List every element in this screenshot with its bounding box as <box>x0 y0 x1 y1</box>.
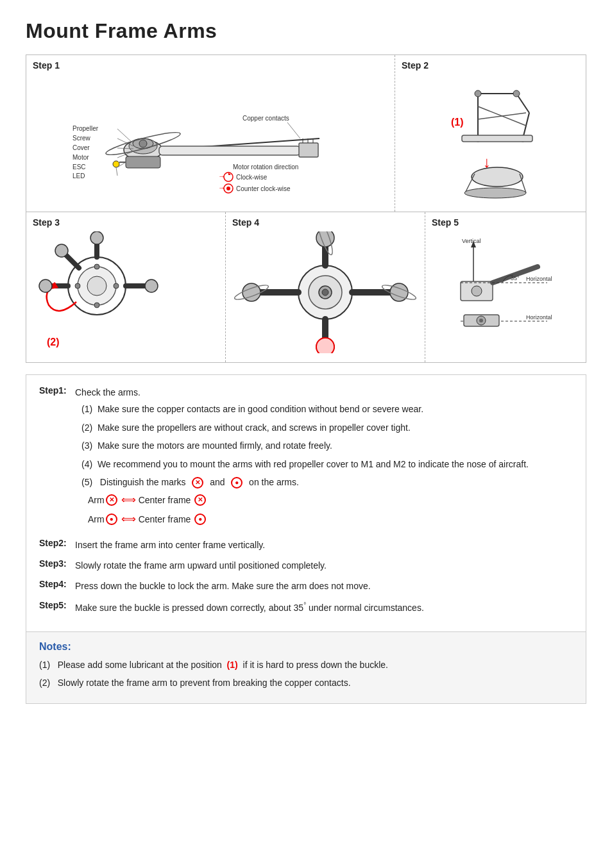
svg-text:Propeller: Propeller <box>72 125 99 132</box>
instr-step4-text: Press down the buckle to lock the arm. M… <box>75 581 371 591</box>
svg-rect-6 <box>126 156 160 168</box>
note1-num: (1) <box>39 660 55 670</box>
note-item-2: (2) Slowly rotate the frame arm to preve… <box>39 676 573 690</box>
sub-item-2: (2) Make sure the propellers are without… <box>81 421 529 435</box>
arm2-mark: ● <box>106 513 117 525</box>
svg-point-84 <box>316 338 334 353</box>
svg-point-68 <box>94 303 99 308</box>
sub-item-5: (5) Distinguish the marks ✕ and ● on the… <box>81 475 529 528</box>
instr-step3-label: Step3: <box>39 558 75 569</box>
instr-step4-label: Step4: <box>39 579 75 589</box>
notes-section: Notes: (1) Please add some lubricant at … <box>26 632 586 704</box>
notes-title: Notes: <box>39 641 573 653</box>
step2-cell: Step 2 (1) <box>395 55 586 212</box>
instr-step1-text: Check the arms. <box>75 387 140 397</box>
instr-step1: Step1: Check the arms. (1) Make sure the… <box>39 385 573 531</box>
step4-image <box>232 231 418 353</box>
svg-text:ESC: ESC <box>72 163 86 171</box>
arm2-center: Center frame <box>139 512 191 526</box>
center1-mark: ✕ <box>194 494 206 506</box>
svg-rect-9 <box>159 146 300 155</box>
instr-step4: Step4: Press down the buckle to lock the… <box>39 579 573 593</box>
step5-image: Vertical Horizontal 35° Horizontal <box>432 231 579 353</box>
instr-step2: Step2: Insert the frame arm into center … <box>39 538 573 552</box>
svg-point-64 <box>145 280 158 292</box>
instr-step5-content: Make sure the buckle is pressed down cor… <box>75 600 424 615</box>
svg-point-56 <box>87 276 106 296</box>
sub-item-3: (3) Make sure the motors are mounted fir… <box>81 438 529 453</box>
svg-line-42 <box>478 113 526 119</box>
instr-step5-text-post: under normal circumstances. <box>306 602 424 612</box>
step2-svg: (1) ↓ <box>427 74 555 203</box>
mark-o-icon: ● <box>231 477 242 488</box>
note2-num: (2) <box>39 678 55 688</box>
svg-point-44 <box>513 90 520 97</box>
step3-image: (2) <box>33 231 219 353</box>
step5-cell: Step 5 Vertical Horizontal 35° <box>425 212 586 362</box>
svg-point-86 <box>322 289 328 296</box>
svg-point-32 <box>226 187 230 190</box>
instr-step2-content: Insert the frame arm into center frame v… <box>75 538 265 552</box>
svg-text:Vertical: Vertical <box>462 238 481 244</box>
svg-text:Screw: Screw <box>72 135 91 142</box>
svg-point-65 <box>90 231 103 244</box>
svg-text:35°: 35° <box>511 275 520 281</box>
step4-cell: Step 4 <box>226 212 425 362</box>
instr-step2-label: Step2: <box>39 538 75 548</box>
note1-highlight: (1) <box>227 660 238 670</box>
step1-image: Propeller Screw Cover Motor ESC LED Copp… <box>33 74 388 203</box>
note2-text: Slowly rotate the frame arm to prevent f… <box>58 678 351 688</box>
arm2-label: Arm <box>88 512 105 526</box>
step3-label: Step 3 <box>33 217 219 228</box>
svg-point-70 <box>114 283 119 288</box>
svg-text:LED: LED <box>72 172 85 179</box>
svg-text:Motor rotation direction: Motor rotation direction <box>233 163 298 171</box>
note1-text-post: if it is hard to press down the buckle. <box>243 660 388 670</box>
page-title: Mount Frame Arms <box>26 19 586 43</box>
steps-row-2: Step 3 (2) <box>26 212 586 363</box>
svg-text:→: → <box>218 183 226 192</box>
step1-label: Step 1 <box>33 60 388 71</box>
steps-row-1: Step 1 <box>26 54 586 212</box>
instr-step3-text: Slowly rotate the frame arm upward until… <box>75 560 327 571</box>
arm-line-1: Arm✕ ⟺ Center frame ✕ <box>88 492 529 508</box>
instr-step5-label: Step5: <box>39 600 75 610</box>
svg-line-26 <box>287 122 300 138</box>
svg-text:Horizontal: Horizontal <box>526 276 552 282</box>
sub-item-1: (1) Make sure the copper contacts are in… <box>81 402 529 416</box>
step1-cell: Step 1 <box>26 55 395 212</box>
svg-rect-47 <box>462 135 532 142</box>
step4-label: Step 4 <box>232 217 418 228</box>
arrow-icon-2: ⟺ <box>121 511 136 528</box>
step4-svg <box>232 231 418 353</box>
svg-point-69 <box>75 283 80 288</box>
svg-point-53 <box>464 188 526 198</box>
svg-text:→: → <box>218 172 226 181</box>
instr-step3: Step3: Slowly rotate the frame arm upwar… <box>39 558 573 572</box>
svg-point-43 <box>475 90 481 97</box>
instructions-area: Step1: Check the arms. (1) Make sure the… <box>26 374 586 632</box>
svg-point-66 <box>55 244 68 257</box>
note-item-1: (1) Please add some lubricant at the pos… <box>39 658 573 672</box>
instr-step1-content: Check the arms. (1) Make sure the copper… <box>75 385 529 531</box>
arm1-mark: ✕ <box>106 494 117 506</box>
arm1-center: Center frame <box>139 493 191 507</box>
svg-text:Clock-wise: Clock-wise <box>236 174 268 181</box>
note1-text-pre: Please add some lubricant at the positio… <box>58 660 222 670</box>
svg-line-24 <box>116 167 117 176</box>
instr-step1-sublist: (1) Make sure the copper contacts are in… <box>75 402 529 527</box>
mark-x-icon: ✕ <box>192 477 203 488</box>
svg-rect-10 <box>299 143 318 157</box>
svg-point-63 <box>39 280 52 292</box>
svg-text:Horizontal: Horizontal <box>526 314 552 321</box>
step3-cell: Step 3 (2) <box>26 212 226 362</box>
svg-text:Motor: Motor <box>72 154 89 161</box>
instr-step2-text: Insert the frame arm into center frame v… <box>75 540 265 550</box>
step3-svg: (2) <box>33 231 219 353</box>
svg-point-5 <box>139 140 147 147</box>
svg-text:(1): (1) <box>451 117 464 128</box>
svg-line-14 <box>117 129 133 144</box>
svg-text:Cover: Cover <box>72 144 90 151</box>
svg-text:Counter clock-wise: Counter clock-wise <box>236 185 291 192</box>
step1-svg: Propeller Screw Cover Motor ESC LED Copp… <box>69 74 352 203</box>
